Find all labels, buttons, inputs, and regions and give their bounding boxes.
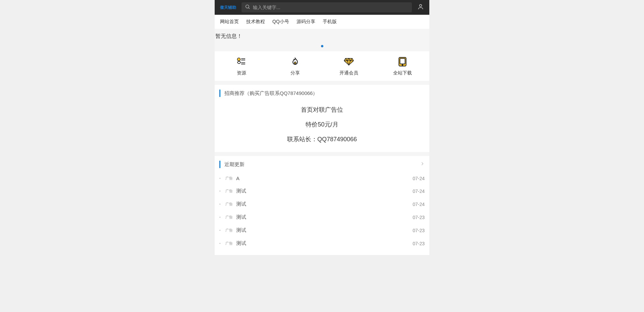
list-item-date: 07-23 (413, 241, 425, 246)
svg-point-8 (294, 62, 296, 64)
svg-rect-10 (400, 58, 405, 64)
bullet-icon: • (219, 215, 221, 219)
flame-icon (290, 57, 300, 67)
updates-header: 近期更新 (219, 161, 425, 168)
list-item-date: 07-24 (413, 176, 425, 181)
list-item-title: 测试 (236, 188, 413, 194)
list-item-title: 测试 (236, 201, 413, 207)
feature-label: 分享 (290, 70, 300, 76)
bullet-icon: • (219, 242, 221, 245)
resources-icon (236, 57, 247, 67)
list-item[interactable]: •广告A07-24 (219, 172, 425, 185)
ad-tag: 广告 (225, 215, 233, 220)
nav-item-mobile[interactable]: 手机版 (323, 19, 337, 25)
svg-point-11 (402, 64, 403, 65)
feature-label: 开通会员 (339, 70, 358, 76)
list-item-date: 07-23 (413, 228, 425, 233)
nav-item-tutorials[interactable]: 技术教程 (246, 19, 265, 25)
svg-point-0 (246, 5, 249, 8)
list-item-title: 测试 (236, 227, 413, 233)
list-item-title: 测试 (236, 214, 413, 220)
no-info-text: 暂无信息！ (215, 29, 429, 43)
promo-line: 联系站长：QQ787490066 (219, 135, 425, 143)
list-item-title: A (236, 175, 413, 181)
promo-line: 特价50元/月 (219, 120, 425, 128)
ad-tag: 广告 (225, 228, 233, 233)
list-item[interactable]: •广告测试07-23 (219, 237, 425, 250)
feature-vip[interactable]: 开通会员 (332, 57, 366, 76)
search-box[interactable] (241, 2, 412, 12)
feature-download[interactable]: 全站下载 (386, 57, 419, 76)
list-item-date: 07-24 (413, 202, 425, 207)
nav-item-source[interactable]: 源码分享 (297, 19, 315, 25)
list-item[interactable]: •广告测试07-24 (219, 198, 425, 211)
search-icon (245, 4, 250, 11)
carousel-indicator (215, 43, 429, 51)
feature-share[interactable]: 分享 (278, 57, 312, 76)
promo-body: 首页对联广告位 特价50元/月 联系站长：QQ787490066 (219, 101, 425, 146)
nav-item-home[interactable]: 网站首页 (220, 19, 239, 25)
bullet-icon: • (219, 189, 221, 193)
updates-card: 近期更新 •广告A07-24•广告测试07-24•广告测试07-24•广告测试0… (215, 156, 429, 255)
ad-tag: 广告 (225, 241, 233, 246)
download-icon (397, 57, 408, 67)
list-item-date: 07-23 (413, 215, 425, 220)
search-input[interactable] (253, 5, 409, 10)
nav-item-qq[interactable]: QQ小号 (272, 19, 289, 25)
feature-label: 资源 (237, 70, 246, 76)
main-nav: 网站首页 技术教程 QQ小号 源码分享 手机版 (215, 15, 429, 29)
list-item[interactable]: •广告测试07-23 (219, 211, 425, 224)
bullet-icon: • (219, 176, 221, 180)
updates-title: 近期更新 (224, 161, 420, 168)
chevron-right-icon[interactable] (420, 161, 425, 167)
feature-label: 全站下载 (393, 70, 412, 76)
ad-tag: 广告 (225, 176, 233, 181)
list-item-title: 测试 (236, 240, 413, 247)
bullet-icon: • (219, 228, 221, 232)
svg-point-3 (237, 58, 240, 61)
svg-line-1 (249, 8, 250, 9)
top-bar: 傲天辅助 (215, 0, 429, 15)
feature-resources[interactable]: 资源 (225, 57, 258, 76)
promo-card: 招商推荐（购买广告联系QQ787490066） 首页对联广告位 特价50元/月 … (215, 85, 429, 152)
diamond-icon (344, 57, 354, 67)
app-viewport[interactable]: 傲天辅助 网站首页 技术教程 QQ小号 源码分享 手机版 暂无信息！ (215, 0, 429, 255)
list-item[interactable]: •广告测试07-23 (219, 224, 425, 237)
ad-tag: 广告 (225, 189, 233, 194)
promo-header: 招商推荐（购买广告联系QQ787490066） (219, 90, 425, 97)
ad-tag: 广告 (225, 202, 233, 207)
promo-line: 首页对联广告位 (219, 106, 425, 114)
svg-point-2 (420, 4, 422, 7)
user-icon[interactable] (415, 3, 426, 11)
list-item[interactable]: •广告测试07-24 (219, 185, 425, 198)
site-logo[interactable]: 傲天辅助 (218, 5, 238, 10)
updates-list: •广告A07-24•广告测试07-24•广告测试07-24•广告测试07-23•… (219, 172, 425, 250)
promo-title: 招商推荐（购买广告联系QQ787490066） (224, 90, 425, 97)
feature-row: 资源 分享 开通会员 (215, 51, 429, 81)
list-item-date: 07-24 (413, 189, 425, 194)
bullet-icon: • (219, 202, 221, 206)
